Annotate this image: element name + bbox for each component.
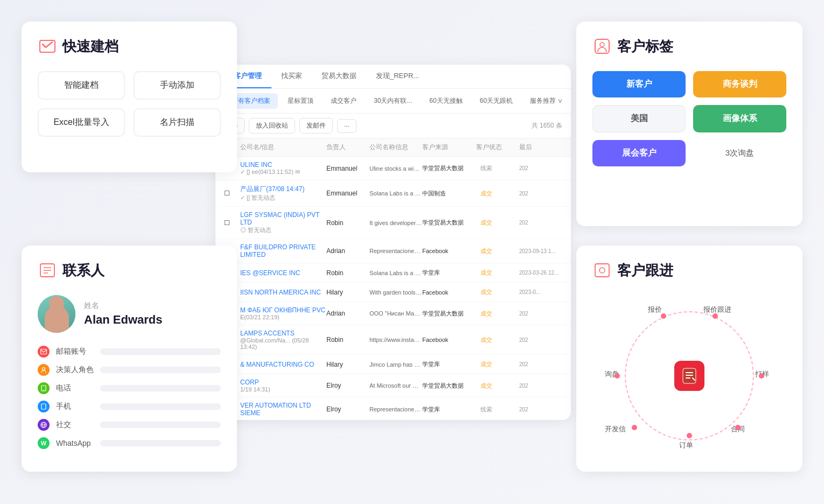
tab-find-buyer[interactable]: 找买家 <box>271 65 312 88</box>
tab-trade-bigdata[interactable]: 贸易大数据 <box>312 65 366 88</box>
row-company-name[interactable]: & MANUFACTURING CO <box>240 361 326 368</box>
table-row[interactable]: ☐ IISN NORTH AMERICA INC Hilary With gar… <box>215 283 571 302</box>
row-company-name[interactable]: VER AUTOMATION LTD SIEME <box>240 402 326 417</box>
contact-name-section: 姓名 Alan Edwards <box>84 301 162 327</box>
main-container: 快速建档 智能建档 手动添加 Excel批量导入 名片扫描 客户标签 新客户 商… <box>0 0 824 504</box>
row-date: 202 <box>519 311 562 317</box>
subtab-star-desk[interactable]: 星标置顶 <box>280 93 321 109</box>
sampling-dot <box>759 373 764 379</box>
row-company-name[interactable]: М ФАБ ЮГ ОКНВПННЕ PVC <box>240 306 326 314</box>
row-owner: Robin <box>326 219 369 227</box>
inquiry-count-tag: 3次询盘 <box>693 140 786 166</box>
row-desc: It gives developers the confide... <box>369 220 422 226</box>
row-company-name[interactable]: IISN NORTH AMERICA INC <box>240 289 326 296</box>
portrait-system-tag[interactable]: 画像体系 <box>693 105 786 132</box>
subtab-30day[interactable]: 30天内有联... <box>366 93 420 109</box>
row-company-name[interactable]: F&F BUILDPRO PRIVATE LIMITED <box>240 243 326 258</box>
svg-rect-12 <box>595 264 609 277</box>
row-sub-text: @Global.com/Na... (05/28 13:42) <box>240 337 326 350</box>
tags-grid: 新客户 商务谈判 美国 画像体系 展会客户 3次询盘 <box>592 71 786 166</box>
card-scan-button[interactable]: 名片扫描 <box>134 108 221 137</box>
row-company-name[interactable]: 产品展厂(37/08 14:47) <box>240 185 326 194</box>
customer-tags-title: 客户标签 <box>592 37 786 56</box>
quick-archive-card: 快速建档 智能建档 手动添加 Excel批量导入 名片扫描 <box>22 22 237 172</box>
row-company-name[interactable]: IES @SERVICE INC <box>240 269 326 277</box>
contact-avatar-section: 姓名 Alan Edwards <box>38 295 221 333</box>
mobile-value-bar <box>100 403 221 410</box>
row-desc: https://www.instagram.com/ell... <box>369 337 422 343</box>
row-owner: Adrian <box>326 310 369 317</box>
table-row[interactable]: ☐ CORP 1/19 14:31) Elroy At Microsoft ou… <box>215 374 571 397</box>
table-row[interactable]: ☐ М ФАБ ЮГ ОКНВПННЕ PVC E(03/21 22:19) A… <box>215 302 571 325</box>
row-company-cell: & MANUFACTURING CO <box>240 361 326 368</box>
table-row[interactable]: ☐ ULINE INC ✓ [] ee(04/13 11:52) ✉ Emman… <box>215 157 571 180</box>
excel-import-button[interactable]: Excel批量导入 <box>38 108 125 137</box>
new-customer-tag[interactable]: 新客户 <box>592 71 686 97</box>
tab-send-repr[interactable]: 发现_REPR... <box>366 65 429 88</box>
business-trial-tag[interactable]: 商务谈判 <box>693 71 786 97</box>
toolbar-more-btn[interactable]: ··· <box>337 119 357 133</box>
row-company-name[interactable]: CORP <box>240 379 326 386</box>
svg-rect-8 <box>41 349 47 354</box>
quotation-followup-label: 报价跟进 <box>703 305 731 314</box>
subtab-60day-no-followup[interactable]: 60天无接触 <box>422 93 470 109</box>
row-desc: Solana Labs is a technology co... <box>369 190 422 197</box>
field-row-email: 邮箱账号 <box>38 346 221 358</box>
table-row[interactable]: ☐ 产品展厂(37/08 14:47) ✓ [] 暂无动态 Emmanuel S… <box>215 180 571 207</box>
table-body: ☐ 公司名/信息 负责人 公司名称信息 客户来源 客户状态 最后 ☐ ULINE… <box>215 138 571 418</box>
exhibition-tag[interactable]: 展会客户 <box>592 140 686 166</box>
row-status: 成交 <box>476 359 519 369</box>
row-date: 202 <box>519 191 562 197</box>
table-subtabs: 所有客户档案 星标置顶 成交客户 30天内有联... 60天无接触 60天无跟机… <box>215 89 571 114</box>
followup-card: 客户跟进 询盘 报价 报价跟进 打样 合同 <box>576 246 802 472</box>
table-rows-container: ☐ ULINE INC ✓ [] ee(04/13 11:52) ✉ Emman… <box>215 157 571 418</box>
row-company-name[interactable]: ULINE INC <box>240 161 326 169</box>
row-sub-text: ✓ [] ee(04/13 11:52) ✉ <box>240 169 326 176</box>
row-owner: Emmanuel <box>326 165 369 172</box>
phone-label: 电话 <box>56 383 94 393</box>
table-row[interactable]: ☐ VER AUTOMATION LTD SIEME Elroy Represe… <box>215 397 571 418</box>
row-source: 学堂库 <box>422 360 476 368</box>
table-row[interactable]: ☐ LAMPS ACCENTS @Global.com/Na... (05/28… <box>215 325 571 355</box>
table-row[interactable]: ☐ & MANUFACTURING CO Hilary Jimco Lamp h… <box>215 355 571 374</box>
quotation-label: 报价 <box>648 305 662 314</box>
followup-icon <box>592 261 612 280</box>
row-company-name[interactable]: LAMPS ACCENTS <box>240 330 326 337</box>
social-value-bar <box>100 422 221 428</box>
row-source: 学堂库 <box>422 405 476 414</box>
row-company-cell: IES @SERVICE INC <box>240 269 326 277</box>
social-label: 社交 <box>56 420 94 430</box>
row-check[interactable]: ☐ <box>224 190 240 197</box>
smart-archive-button[interactable]: 智能建档 <box>38 71 125 100</box>
toolbar-email-btn[interactable]: 发邮件 <box>299 118 333 134</box>
row-company-cell: VER AUTOMATION LTD SIEME <box>240 402 326 417</box>
usa-tag[interactable]: 美国 <box>592 105 686 132</box>
dev-letter-label: 开发信 <box>605 424 626 434</box>
subtab-service-recommend[interactable]: 服务推荐 ∨ <box>522 93 570 109</box>
subtab-deal-customer[interactable]: 成交客户 <box>323 93 364 109</box>
customer-tags-card: 客户标签 新客户 商务谈判 美国 画像体系 展会客户 3次询盘 <box>576 22 802 226</box>
table-row[interactable]: ☐ IES @SERVICE INC Robin Solana Labs is … <box>215 263 571 283</box>
table-row[interactable]: ☐ LGF SYSMAC (INDIA) PVT LTD ◎ 暂无动态 Robi… <box>215 207 571 239</box>
contact-title: 联系人 <box>38 261 221 280</box>
row-check[interactable]: ☐ <box>224 219 240 227</box>
subtab-60day-no-machine[interactable]: 60天无跟机 <box>472 93 520 109</box>
row-source: 中国制造 <box>422 190 476 198</box>
row-sub-text: 1/19 14:31) <box>240 386 326 393</box>
table-row[interactable]: ☐ F&F BUILDPRO PRIVATE LIMITED Adrian Re… <box>215 239 571 263</box>
row-status: 线索 <box>476 163 519 173</box>
field-row-social: 社交 <box>38 419 221 431</box>
col-desc: 公司名称信息 <box>369 143 422 152</box>
decision-icon <box>38 364 50 376</box>
row-owner: Hilary <box>326 289 369 296</box>
row-desc: Representaciones Médicas del ... <box>369 406 422 412</box>
toolbar-recycle-btn[interactable]: 放入回收站 <box>249 118 295 134</box>
row-status: 成交 <box>476 309 519 319</box>
col-source: 客户来源 <box>422 143 476 152</box>
manual-add-button[interactable]: 手动添加 <box>134 71 221 100</box>
row-company-cell: 产品展厂(37/08 14:47) ✓ [] 暂无动态 <box>240 185 326 202</box>
quotation-followup-dot <box>713 313 718 319</box>
row-company-name[interactable]: LGF SYSMAC (INDIA) PVT LTD <box>240 211 326 226</box>
row-desc: Solana Labs is a technology co... <box>369 270 422 276</box>
row-status: 成交 <box>476 335 519 345</box>
